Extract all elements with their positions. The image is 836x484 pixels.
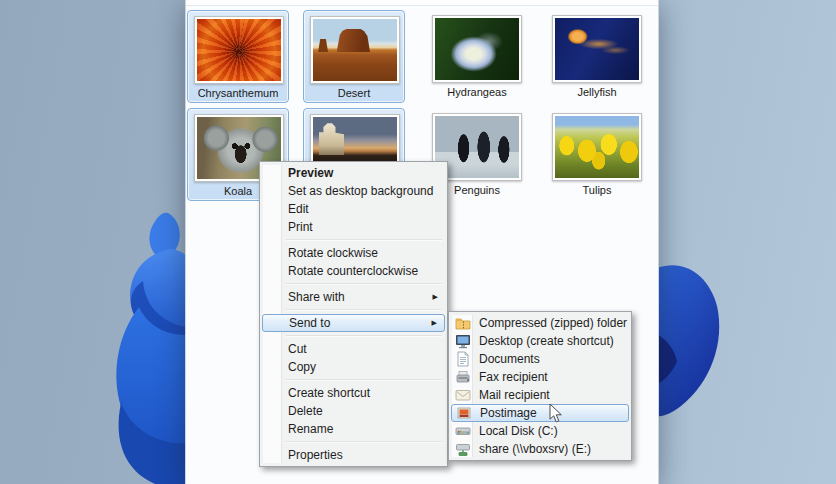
menu-item-rename[interactable]: Rename bbox=[262, 420, 445, 438]
menu-item-properties[interactable]: Properties bbox=[262, 446, 445, 464]
file-item-label: Desert bbox=[304, 86, 404, 100]
menu-separator bbox=[286, 309, 442, 311]
lighthouse-building-shape bbox=[319, 123, 344, 155]
desktop: Chrysanthemum Desert Hydrangeas Jellyfis… bbox=[0, 0, 836, 484]
menu-item-print[interactable]: Print bbox=[262, 218, 445, 236]
local-disk-icon bbox=[455, 423, 471, 439]
menu-separator bbox=[286, 283, 442, 285]
send-to-submenu: Compressed (zipped) folder Desktop (crea… bbox=[448, 311, 632, 461]
submenu-item-fax-recipient[interactable]: Fax recipient bbox=[451, 368, 629, 386]
toolbar-strip bbox=[186, 0, 658, 6]
menu-separator bbox=[286, 239, 442, 241]
menu-item-preview[interactable]: Preview bbox=[262, 164, 445, 182]
desert-thumbnail bbox=[313, 19, 397, 81]
hydrangeas-thumbnail bbox=[435, 18, 519, 80]
menu-item-rotate-clockwise[interactable]: Rotate clockwise bbox=[262, 244, 445, 262]
menu-separator bbox=[286, 379, 442, 381]
menu-item-share-with[interactable]: Share with▶ bbox=[262, 288, 445, 306]
submenu-item-mail-recipient[interactable]: Mail recipient bbox=[451, 386, 629, 404]
tulips-thumbnail bbox=[555, 116, 639, 178]
submenu-item-share-vboxsrv[interactable]: share (\\vboxsrv) (E:) bbox=[451, 440, 629, 458]
file-item-tulips[interactable]: Tulips bbox=[546, 108, 648, 201]
file-item-label: Jellyfish bbox=[546, 85, 648, 99]
fax-icon bbox=[455, 369, 471, 385]
mouse-cursor bbox=[549, 403, 564, 425]
thumbnail-frame bbox=[310, 16, 400, 84]
submenu-item-postimage[interactable]: Postimage bbox=[451, 404, 629, 422]
desert-mesa-shape bbox=[318, 39, 328, 53]
menu-separator bbox=[286, 335, 442, 337]
menu-item-set-as-desktop-background[interactable]: Set as desktop background bbox=[262, 182, 445, 200]
thumbnail-frame bbox=[432, 15, 522, 83]
file-item-chrysanthemum[interactable]: Chrysanthemum bbox=[187, 10, 289, 103]
file-item-jellyfish[interactable]: Jellyfish bbox=[546, 10, 648, 103]
documents-icon bbox=[455, 351, 471, 367]
menu-item-rotate-counterclockwise[interactable]: Rotate counterclockwise bbox=[262, 262, 445, 280]
file-item-label: Tulips bbox=[546, 183, 648, 197]
submenu-item-compressed-folder[interactable]: Compressed (zipped) folder bbox=[451, 314, 629, 332]
submenu-arrow-icon: ▶ bbox=[433, 288, 438, 306]
file-item-label: Chrysanthemum bbox=[188, 86, 288, 100]
thumbnail-frame bbox=[194, 16, 284, 84]
wallpaper-bloom-left bbox=[85, 195, 186, 484]
mail-icon bbox=[455, 387, 471, 403]
menu-item-send-to[interactable]: Send to▶ bbox=[262, 314, 445, 332]
menu-item-copy[interactable]: Copy bbox=[262, 358, 445, 376]
submenu-arrow-icon: ▶ bbox=[432, 315, 437, 331]
context-menu: Preview Set as desktop background Edit P… bbox=[259, 161, 448, 467]
network-drive-icon bbox=[455, 441, 471, 457]
submenu-item-desktop[interactable]: Desktop (create shortcut) bbox=[451, 332, 629, 350]
thumbnail-frame bbox=[552, 113, 642, 181]
desktop-icon bbox=[455, 333, 471, 349]
file-item-hydrangeas[interactable]: Hydrangeas bbox=[426, 10, 528, 103]
menu-item-cut[interactable]: Cut bbox=[262, 340, 445, 358]
desert-butte-shape bbox=[337, 29, 371, 53]
postimage-icon bbox=[456, 405, 472, 421]
menu-item-edit[interactable]: Edit bbox=[262, 200, 445, 218]
file-item-desert[interactable]: Desert bbox=[303, 10, 405, 103]
submenu-item-documents[interactable]: Documents bbox=[451, 350, 629, 368]
thumbnail-frame bbox=[552, 15, 642, 83]
submenu-item-local-disk-c[interactable]: Local Disk (C:) bbox=[451, 422, 629, 440]
file-item-label: Hydrangeas bbox=[426, 85, 528, 99]
zipped-folder-icon bbox=[455, 315, 471, 331]
chrysanthemum-thumbnail bbox=[197, 19, 281, 81]
menu-separator bbox=[286, 441, 442, 443]
jellyfish-thumbnail bbox=[555, 18, 639, 80]
wallpaper-bloom-right bbox=[657, 256, 725, 420]
menu-item-create-shortcut[interactable]: Create shortcut bbox=[262, 384, 445, 402]
menu-item-delete[interactable]: Delete bbox=[262, 402, 445, 420]
